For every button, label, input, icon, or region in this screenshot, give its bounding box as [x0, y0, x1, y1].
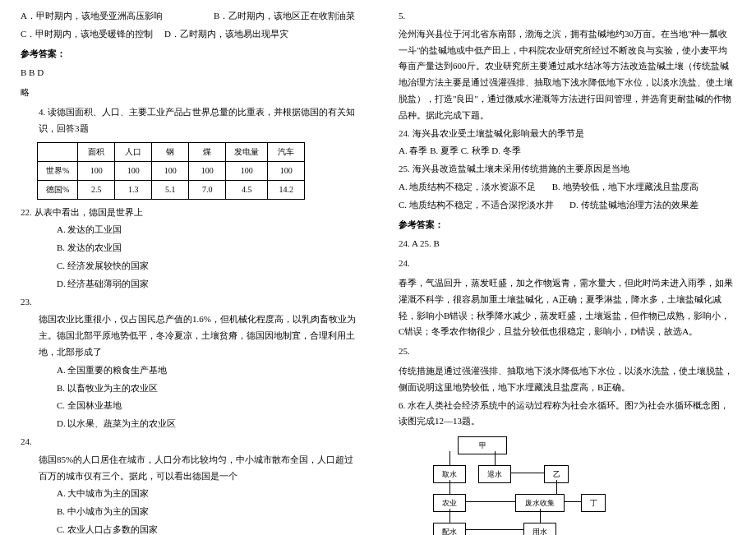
q25r-b: B. 地势较低，地下水埋藏浅且盐度高: [552, 182, 698, 191]
option-c-text: C．甲时期内，该地受暖锋的控制: [21, 29, 153, 39]
r1-3: 100: [152, 161, 189, 180]
q23-desc: 德国农业比重很小，仅占国民总产值的1.6%，但机械化程度高，以乳肉畜牧业为主。德…: [21, 311, 357, 360]
r2-3: 5.1: [152, 180, 189, 199]
answer-value-3: 24. A 25. B: [399, 236, 735, 252]
q4-title: 4. 读德国面积、人口、主要工业产品占世界总量的比重表，并根据德国的有关知识，回…: [21, 104, 357, 137]
q22b: B. 发达的农业国: [21, 240, 357, 256]
q24r-opts: A. 春季 B. 夏季 C. 秋季 D. 冬季: [399, 143, 735, 159]
q24-desc: 德国85%的人口居住在城市，人口分布比较均匀，中小城市散布全国，人口超过百万的城…: [21, 452, 357, 485]
q23d: D. 以水果、蔬菜为主的农业区: [21, 416, 357, 432]
exp25: 传统措施是通过强灌强排、抽取地下淡水降低地下水位，以淡水洗盐，使土壤脱盐，侧面说…: [399, 363, 735, 396]
lue: 略: [21, 85, 357, 101]
option-b: B．乙时期内，该地区正在收割油菜: [214, 8, 355, 25]
water-cycle-diagram: 甲 取水 退水 乙 农业 废水收集 丁 配水 用水 内部再利用: [417, 436, 647, 535]
q23c: C. 全国林业基地: [21, 398, 357, 414]
answer-label-3: 参考答案：: [399, 217, 735, 233]
q24r: 24. 海兴县农业受土壤盐碱化影响最大的季节是: [399, 126, 735, 142]
q23: 23.: [21, 294, 357, 311]
q22: 22. 从表中看出，德国是世界上: [21, 205, 357, 221]
left-column: A．甲时期内，该地受亚洲高压影响 C．甲时期内，该地受暖锋的控制 D．乙时期内，…: [0, 8, 378, 527]
th-power: 发电量: [226, 142, 268, 161]
q25r: 25. 海兴县改造盐碱土壤未采用传统措施的主要原因是当地: [399, 161, 735, 178]
r2-4: 7.0: [189, 180, 226, 199]
box-jia: 甲: [458, 436, 507, 454]
q22a: A. 发达的工业国: [21, 222, 357, 238]
r2-1: 2.5: [78, 180, 115, 199]
q25r-row2: C. 地质结构不稳定，不适合深挖淡水井 D. 传统盐碱地治理方法的效果差: [399, 197, 735, 214]
option-d-text: D．乙时期内，该地易出现旱灾: [164, 29, 288, 39]
r1-2: 100: [115, 161, 152, 180]
q23a: A. 全国重要的粮食生产基地: [21, 362, 357, 379]
exp25-label: 25.: [399, 344, 735, 360]
q24b: B. 中小城市为主的国家: [21, 504, 357, 520]
answer-value-1: B B D: [21, 65, 357, 81]
exp24: 春季，气温回升，蒸发旺盛，加之作物返青，需水量大，但此时尚未进入雨季，如果灌溉不…: [399, 275, 735, 340]
box-yongshui: 用水: [523, 523, 556, 535]
q25r-row1: A. 地质结构不稳定，淡水资源不足 B. 地势较低，地下水埋藏浅且盐度高: [399, 179, 735, 196]
th-car: 汽车: [268, 142, 305, 161]
exp24-label: 24.: [399, 256, 735, 272]
q22c: C. 经济发展较快的国家: [21, 258, 357, 274]
right-column: 5. 沧州海兴县位于河北省东南部，渤海之滨，拥有盐碱地约30万亩。在当地"种一瓢…: [378, 8, 756, 527]
r1-0: 世界%: [38, 161, 78, 180]
q5: 5.: [399, 8, 735, 25]
answer-label-1: 参考答案：: [21, 46, 357, 62]
box-tuishui: 退水: [478, 465, 511, 483]
q6: 6. 水在人类社会经济系统中的运动过程称为社会水循环。图7为社会水循环概念图，读…: [399, 398, 735, 431]
th-steel: 钢: [152, 142, 189, 161]
th-area: 面积: [78, 142, 115, 161]
q22d: D. 经济基础薄弱的国家: [21, 276, 357, 293]
germany-table: 面积 人口 钢 煤 发电量 汽车 世界% 100 100 100 100 100…: [37, 142, 305, 200]
th-coal: 煤: [189, 142, 226, 161]
q25r-d: D. 传统盐碱地治理方法的效果差: [569, 200, 698, 210]
q24a: A. 大中城市为主的国家: [21, 486, 357, 502]
q24: 24.: [21, 434, 357, 450]
q25r-c: C. 地质结构不稳定，不适合深挖淡水井: [399, 200, 554, 210]
q23b: B. 以畜牧业为主的农业区: [21, 380, 357, 397]
q25r-a: A. 地质结构不稳定，淡水资源不足: [399, 182, 536, 191]
q5-desc: 沧州海兴县位于河北省东南部，渤海之滨，拥有盐碱地约30万亩。在当地"种一瓢收一斗…: [399, 26, 735, 124]
q24c: C. 农业人口占多数的国家: [21, 522, 357, 535]
r2-2: 1.3: [115, 180, 152, 199]
r1-6: 100: [268, 161, 305, 180]
th-blank: [38, 142, 78, 161]
box-ding: 丁: [581, 494, 606, 512]
r1-5: 100: [226, 161, 268, 180]
r1-1: 100: [78, 161, 115, 180]
th-pop: 人口: [115, 142, 152, 161]
box-peishui: 配水: [433, 523, 466, 535]
r2-5: 4.5: [226, 180, 268, 199]
r1-4: 100: [189, 161, 226, 180]
r2-6: 14.2: [268, 180, 305, 199]
option-c: C．甲时期内，该地受暖锋的控制 D．乙时期内，该地易出现旱灾: [21, 26, 357, 43]
r2-0: 德国%: [38, 180, 78, 199]
